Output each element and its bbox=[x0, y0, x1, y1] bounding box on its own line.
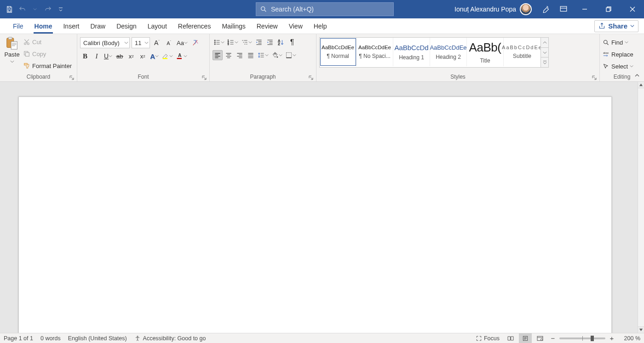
copy-button[interactable]: Copy bbox=[23, 48, 72, 59]
svg-rect-9 bbox=[25, 52, 29, 56]
zoom-out-button[interactable]: − bbox=[548, 333, 558, 343]
style-subtitle[interactable]: AaBbCcDdEe Subtitle bbox=[504, 38, 540, 66]
clear-formatting-button[interactable] bbox=[190, 38, 201, 48]
status-accessibility[interactable]: Accessibility: Good to go bbox=[134, 335, 206, 342]
font-launcher[interactable] bbox=[201, 74, 207, 81]
print-layout-button[interactable] bbox=[519, 333, 532, 343]
page[interactable] bbox=[18, 97, 612, 333]
styles-more[interactable] bbox=[541, 57, 548, 67]
tab-file[interactable]: File bbox=[7, 19, 29, 34]
shrink-font-button[interactable]: Aˇ bbox=[164, 38, 174, 48]
strikethrough-button[interactable]: ab bbox=[115, 51, 125, 61]
underline-button[interactable]: U bbox=[103, 51, 113, 61]
font-size-input[interactable]: 11 bbox=[132, 37, 150, 48]
status-language[interactable]: English (United States) bbox=[68, 335, 127, 342]
change-case-button[interactable]: Aa bbox=[176, 38, 189, 48]
web-layout-button[interactable] bbox=[534, 333, 546, 343]
decrease-indent-button[interactable] bbox=[254, 37, 264, 47]
save-button[interactable] bbox=[4, 4, 15, 15]
format-painter-button[interactable]: Format Painter bbox=[23, 60, 72, 71]
font-name-input[interactable]: Calibri (Body) bbox=[80, 37, 130, 48]
share-button[interactable]: Share bbox=[594, 20, 638, 32]
style-no-spacing[interactable]: AaBbCcDdEe ¶ No Spaci... bbox=[356, 38, 393, 66]
highlight-button[interactable] bbox=[161, 51, 174, 61]
bold-button[interactable]: B bbox=[80, 51, 90, 61]
text-effects-button[interactable]: A bbox=[149, 51, 160, 61]
multilevel-list-button[interactable] bbox=[240, 37, 253, 47]
close-button[interactable] bbox=[622, 0, 643, 18]
paste-button[interactable]: Paste bbox=[3, 35, 21, 64]
group-paragraph: 123 AZ ¶ Paragraph bbox=[210, 34, 316, 81]
account-button[interactable]: Ionuț Alexandru Popa bbox=[452, 0, 535, 18]
subscript-button[interactable]: x2 bbox=[126, 51, 136, 61]
svg-rect-28 bbox=[537, 336, 543, 340]
italic-button[interactable]: I bbox=[92, 51, 102, 61]
undo-button[interactable] bbox=[17, 4, 28, 15]
minimize-button[interactable] bbox=[574, 0, 595, 18]
search-box[interactable]: Search (Alt+Q) bbox=[256, 2, 394, 16]
align-right-button[interactable] bbox=[235, 50, 245, 60]
tab-design[interactable]: Design bbox=[111, 19, 142, 34]
borders-button[interactable] bbox=[284, 50, 297, 60]
coming-soon-button[interactable] bbox=[537, 0, 553, 18]
bullets-button[interactable] bbox=[213, 37, 225, 47]
svg-rect-2 bbox=[560, 6, 567, 11]
collapse-ribbon-button[interactable] bbox=[633, 71, 641, 80]
tab-review[interactable]: Review bbox=[251, 19, 283, 34]
style-heading-1[interactable]: AaBbCcDd Heading 1 bbox=[393, 38, 430, 66]
replace-button[interactable]: abac Replace bbox=[603, 49, 633, 60]
increase-indent-button[interactable] bbox=[265, 37, 275, 47]
tab-insert[interactable]: Insert bbox=[58, 19, 85, 34]
line-spacing-button[interactable] bbox=[257, 50, 270, 60]
undo-dropdown[interactable] bbox=[29, 4, 40, 15]
zoom-slider[interactable] bbox=[559, 337, 605, 339]
group-label-editing: Editing bbox=[614, 74, 631, 80]
style-title[interactable]: AaBb( Title bbox=[467, 38, 504, 66]
shading-button[interactable] bbox=[270, 50, 283, 60]
style-heading-2[interactable]: AaBbCcDdEe Heading 2 bbox=[430, 38, 467, 66]
align-center-button[interactable] bbox=[224, 50, 234, 60]
superscript-button[interactable]: x2 bbox=[138, 51, 148, 61]
zoom-slider-thumb[interactable] bbox=[591, 336, 594, 341]
zoom-level[interactable]: 200 % bbox=[618, 335, 640, 342]
zoom-in-button[interactable]: + bbox=[607, 333, 616, 343]
align-left-button[interactable] bbox=[213, 50, 223, 60]
cut-button[interactable]: Cut bbox=[23, 36, 72, 47]
ribbon-display-options[interactable] bbox=[556, 0, 571, 18]
find-button[interactable]: Find bbox=[603, 37, 628, 48]
show-paragraph-marks-button[interactable]: ¶ bbox=[287, 37, 297, 47]
style-normal[interactable]: AaBbCcDdEe ¶ Normal bbox=[320, 38, 356, 66]
styles-launcher[interactable] bbox=[591, 74, 598, 81]
redo-button[interactable] bbox=[42, 4, 53, 15]
styles-row-down[interactable] bbox=[541, 48, 548, 58]
clipboard-launcher[interactable] bbox=[69, 74, 75, 81]
read-mode-button[interactable] bbox=[504, 333, 517, 343]
svg-point-14 bbox=[214, 42, 215, 43]
styles-row-up[interactable] bbox=[541, 38, 548, 48]
paragraph-launcher[interactable] bbox=[308, 74, 314, 81]
select-button[interactable]: Select bbox=[603, 61, 633, 72]
qat-customize[interactable] bbox=[55, 4, 66, 15]
ribbon-tabs: File Home Insert Draw Design Layout Refe… bbox=[0, 18, 644, 34]
status-words[interactable]: 0 words bbox=[40, 335, 61, 342]
svg-point-23 bbox=[604, 40, 608, 44]
font-color-button[interactable]: A bbox=[175, 51, 188, 61]
justify-button[interactable] bbox=[246, 50, 256, 60]
tab-help[interactable]: Help bbox=[308, 19, 333, 34]
tab-home[interactable]: Home bbox=[29, 19, 58, 34]
sort-button[interactable]: AZ bbox=[276, 37, 286, 47]
grow-font-button[interactable]: Aˆ bbox=[152, 38, 162, 48]
scroll-down[interactable] bbox=[638, 326, 644, 333]
maximize-button[interactable] bbox=[598, 0, 619, 18]
vertical-scrollbar[interactable] bbox=[638, 82, 644, 333]
tab-mailings[interactable]: Mailings bbox=[216, 19, 251, 34]
tab-view[interactable]: View bbox=[283, 19, 308, 34]
tab-layout[interactable]: Layout bbox=[142, 19, 172, 34]
focus-mode-button[interactable]: Focus bbox=[473, 335, 502, 342]
svg-point-15 bbox=[214, 44, 215, 45]
status-page[interactable]: Page 1 of 1 bbox=[4, 335, 33, 342]
tab-draw[interactable]: Draw bbox=[85, 19, 111, 34]
numbering-button[interactable]: 123 bbox=[226, 37, 239, 47]
scroll-up[interactable] bbox=[638, 82, 644, 88]
tab-references[interactable]: References bbox=[172, 19, 217, 34]
